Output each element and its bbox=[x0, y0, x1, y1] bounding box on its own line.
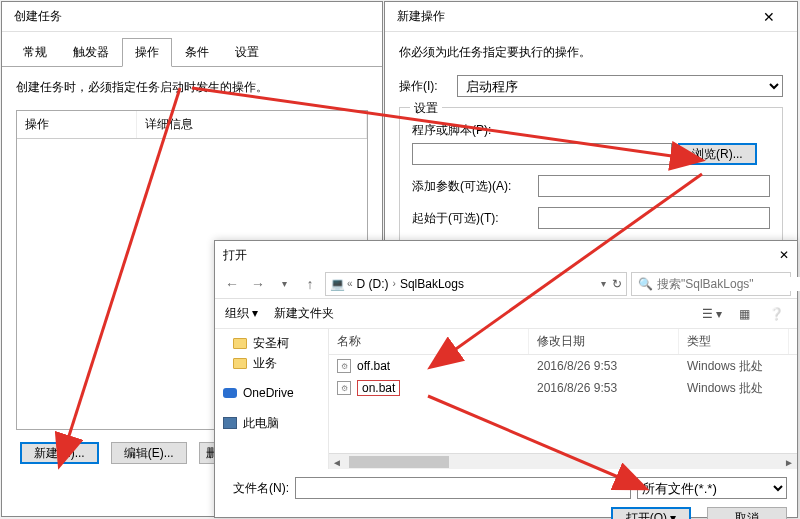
open-sidebar: 安圣柯 业务 OneDrive 此电脑 bbox=[215, 329, 329, 469]
sidebar-onedrive[interactable]: OneDrive bbox=[215, 383, 328, 403]
startin-label: 起始于(可选)(T): bbox=[412, 210, 532, 227]
col-details[interactable]: 详细信息 bbox=[137, 111, 367, 138]
organize-menu[interactable]: 组织 ▾ bbox=[225, 305, 258, 322]
open-title: 打开 bbox=[223, 247, 247, 264]
up-icon[interactable]: ↑ bbox=[299, 273, 321, 295]
back-icon[interactable]: ← bbox=[221, 273, 243, 295]
scroll-handle[interactable] bbox=[349, 456, 449, 468]
file-row-selected[interactable]: ⚙on.bat 2016/8/26 9:53 Windows 批处 bbox=[329, 377, 797, 399]
actions-list-header: 操作 详细信息 bbox=[17, 111, 367, 139]
folder-icon bbox=[233, 358, 247, 369]
horizontal-scrollbar[interactable]: ◄ ► bbox=[329, 453, 797, 469]
search-icon: 🔍 bbox=[638, 277, 653, 291]
col-type[interactable]: 类型 bbox=[679, 329, 789, 354]
new-action-button[interactable]: 新建(N)... bbox=[20, 442, 99, 464]
pc-icon: 💻 bbox=[330, 277, 345, 291]
new-folder-button[interactable]: 新建文件夹 bbox=[274, 305, 334, 322]
actions-hint: 创建任务时，必须指定任务启动时发生的操作。 bbox=[16, 79, 368, 96]
open-footer: 文件名(N): 所有文件(*.*) 打开(O) ▾ 取消 bbox=[215, 469, 797, 519]
filename-label: 文件名(N): bbox=[225, 480, 289, 497]
chevron-right-icon: › bbox=[393, 278, 396, 289]
file-list: 名称 修改日期 类型 ⚙off.bat 2016/8/26 9:53 Windo… bbox=[329, 329, 797, 469]
file-date: 2016/8/26 9:53 bbox=[529, 381, 679, 395]
browse-button[interactable]: 浏览(R)... bbox=[678, 143, 757, 165]
sidebar-folder-item[interactable]: 安圣柯 bbox=[215, 333, 328, 353]
open-close-icon[interactable]: ✕ bbox=[779, 248, 789, 262]
open-nav: ← → ▾ ↑ 💻 « D (D:) › SqlBakLogs ▾ ↻ 🔍 bbox=[215, 269, 797, 299]
settings-legend: 设置 bbox=[410, 100, 442, 117]
action-type-label: 操作(I): bbox=[399, 78, 449, 95]
tab-conditions[interactable]: 条件 bbox=[172, 38, 222, 66]
recent-icon[interactable]: ▾ bbox=[273, 273, 295, 295]
cancel-button[interactable]: 取消 bbox=[707, 507, 787, 519]
col-action[interactable]: 操作 bbox=[17, 111, 137, 138]
file-name: off.bat bbox=[357, 359, 390, 373]
help-icon[interactable]: ❔ bbox=[765, 303, 787, 325]
tab-triggers[interactable]: 触发器 bbox=[60, 38, 122, 66]
scroll-left-icon[interactable]: ◄ bbox=[329, 454, 345, 469]
breadcrumb-drive[interactable]: D (D:) bbox=[357, 277, 389, 291]
create-task-tabs: 常规 触发器 操作 条件 设置 bbox=[2, 38, 382, 67]
file-row[interactable]: ⚙off.bat 2016/8/26 9:53 Windows 批处 bbox=[329, 355, 797, 377]
open-button[interactable]: 打开(O) ▾ bbox=[611, 507, 691, 519]
filter-select[interactable]: 所有文件(*.*) bbox=[637, 477, 787, 499]
create-task-titlebar: 创建任务 bbox=[2, 2, 382, 32]
refresh-icon[interactable]: ↻ bbox=[612, 277, 622, 291]
view-icon[interactable]: ☰ ▾ bbox=[701, 303, 723, 325]
file-type: Windows 批处 bbox=[679, 380, 789, 397]
create-task-title: 创建任务 bbox=[10, 8, 62, 25]
folder-icon bbox=[233, 338, 247, 349]
col-name[interactable]: 名称 bbox=[329, 329, 529, 354]
new-action-title: 新建操作 bbox=[393, 8, 445, 25]
tab-settings[interactable]: 设置 bbox=[222, 38, 272, 66]
open-toolbar: 组织 ▾ 新建文件夹 ☰ ▾ ▦ ❔ bbox=[215, 299, 797, 329]
settings-group: 设置 程序或脚本(P): 浏览(R)... 添加参数(可选)(A): 起始于(可… bbox=[399, 107, 783, 250]
sidebar-folder-item[interactable]: 业务 bbox=[215, 353, 328, 373]
open-dialog: 打开 ✕ ← → ▾ ↑ 💻 « D (D:) › SqlBakLogs ▾ ↻… bbox=[214, 240, 798, 518]
file-list-header: 名称 修改日期 类型 bbox=[329, 329, 797, 355]
dropdown-arrow-icon[interactable]: ▾ bbox=[601, 278, 606, 289]
onedrive-icon bbox=[223, 388, 237, 398]
breadcrumb[interactable]: 💻 « D (D:) › SqlBakLogs ▾ ↻ bbox=[325, 272, 627, 296]
search-box[interactable]: 🔍 bbox=[631, 272, 791, 296]
chevron-right-icon: « bbox=[347, 278, 353, 289]
open-titlebar: 打开 ✕ bbox=[215, 241, 797, 269]
program-input[interactable] bbox=[412, 143, 672, 165]
details-pane-icon[interactable]: ▦ bbox=[733, 303, 755, 325]
new-action-body: 你必须为此任务指定要执行的操作。 操作(I): 启动程序 设置 程序或脚本(P)… bbox=[385, 32, 797, 262]
forward-icon[interactable]: → bbox=[247, 273, 269, 295]
filename-input[interactable] bbox=[295, 477, 631, 499]
pc-icon bbox=[223, 417, 237, 429]
file-date: 2016/8/26 9:53 bbox=[529, 359, 679, 373]
open-body: 安圣柯 业务 OneDrive 此电脑 名称 修改日期 类型 ⚙off.bat … bbox=[215, 329, 797, 469]
scroll-right-icon[interactable]: ► bbox=[781, 454, 797, 469]
breadcrumb-folder[interactable]: SqlBakLogs bbox=[400, 277, 464, 291]
args-label: 添加参数(可选)(A): bbox=[412, 178, 532, 195]
new-action-hint: 你必须为此任务指定要执行的操作。 bbox=[399, 44, 783, 61]
batch-file-icon: ⚙ bbox=[337, 359, 351, 373]
tab-actions[interactable]: 操作 bbox=[122, 38, 172, 67]
batch-file-icon: ⚙ bbox=[337, 381, 351, 395]
program-label: 程序或脚本(P): bbox=[412, 122, 770, 139]
args-input[interactable] bbox=[538, 175, 770, 197]
sidebar-this-pc[interactable]: 此电脑 bbox=[215, 413, 328, 433]
startin-input[interactable] bbox=[538, 207, 770, 229]
file-type: Windows 批处 bbox=[679, 358, 789, 375]
close-icon[interactable]: ✕ bbox=[749, 7, 789, 27]
col-date[interactable]: 修改日期 bbox=[529, 329, 679, 354]
search-input[interactable] bbox=[657, 277, 800, 291]
edit-action-button[interactable]: 编辑(E)... bbox=[111, 442, 187, 464]
file-name: on.bat bbox=[357, 380, 400, 396]
tab-general[interactable]: 常规 bbox=[10, 38, 60, 66]
new-action-titlebar: 新建操作 ✕ bbox=[385, 2, 797, 32]
action-type-select[interactable]: 启动程序 bbox=[457, 75, 783, 97]
